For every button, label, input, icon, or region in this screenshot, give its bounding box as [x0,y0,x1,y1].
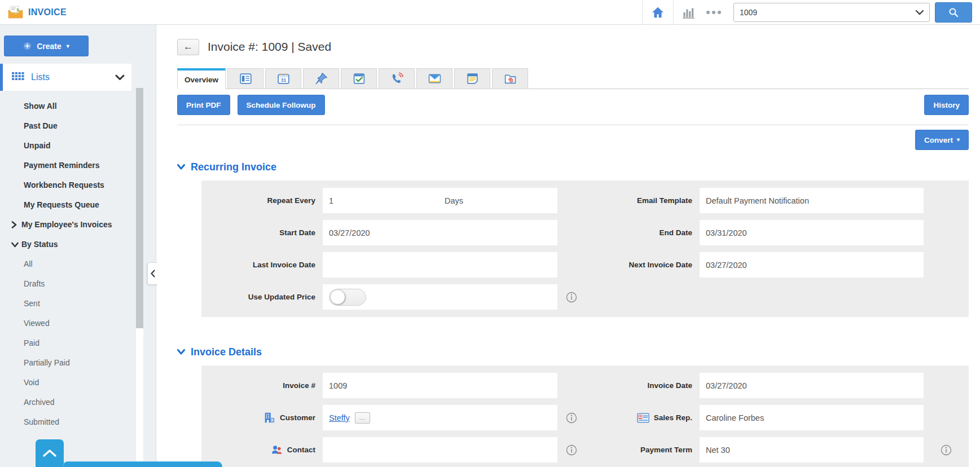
use-updated-price-toggle[interactable] [329,289,366,306]
start-date-label: Start Date [201,220,323,245]
payment-term-value: Net 30 [706,446,730,455]
sidebar-item-past-due[interactable]: Past Due [0,116,156,136]
recurring-invoice-panel: Repeat Every 1 Days Email Template Defau… [201,180,969,317]
pushpin-icon [314,72,328,86]
sidebar-item-partially-paid[interactable]: Partially Paid [0,353,156,373]
last-invoice-date-label: Last Invoice Date [201,252,323,277]
task-check-icon [352,72,366,86]
chevron-right-icon [11,215,17,235]
lists-chevron-down-icon [115,74,125,81]
email-template-field[interactable]: Default Payment Notification [700,188,924,213]
end-date-field[interactable]: 03/31/2020 [700,220,924,245]
main-content: ← Invoice #: 1009 | Saved Overview [157,25,980,467]
tab-calendar[interactable]: 31 [265,68,301,89]
convert-button-label: Convert [924,136,953,144]
customer-more-button[interactable]: ... [355,412,370,424]
info-icon[interactable] [941,444,952,456]
tab-tasks[interactable] [341,68,377,89]
section-recurring-invoice-header[interactable]: Recurring Invoice [177,160,969,174]
back-button[interactable]: ← [177,39,199,55]
sidebar: Create ▾ Lists Show All Past Due Unpaid … [0,25,156,467]
sidebar-item-archived[interactable]: Archived [0,393,156,412]
section-invoice-details-header[interactable]: Invoice Details [177,345,969,359]
sidebar-item-workbench-requests[interactable]: Workbench Requests [0,175,156,195]
create-button-label: Create [37,42,61,51]
folder-paperclip-icon [503,72,517,86]
info-icon[interactable] [566,292,577,303]
tab-news-feed[interactable] [227,68,263,89]
sidebar-item-drafts[interactable]: Drafts [0,274,156,294]
customer-field: Steffy ... [323,405,557,430]
sidebar-item-show-all[interactable]: Show All [0,96,156,116]
toggle-knob [330,289,345,305]
create-button[interactable]: Create ▾ [4,36,89,56]
customer-label: Customer [201,405,323,430]
sidebar-collapse-handle[interactable] [147,262,157,285]
sidebar-item-viewed[interactable]: Viewed [0,314,156,333]
sidebar-scrollbar-thumb[interactable] [136,88,143,328]
repeat-every-unit-dropdown[interactable]: Days [445,196,463,205]
payment-term-label: Payment Term [586,437,700,462]
schedule-followup-button[interactable]: Schedule Followup [238,95,325,115]
convert-button[interactable]: Convert ▾ [915,130,969,150]
sidebar-item-my-requests-queue[interactable]: My Requests Queue [0,195,156,215]
invoice-date-field[interactable]: 03/27/2020 [700,373,924,398]
sidebar-item-submitted[interactable]: Submitted [0,412,156,432]
notes-icon [465,72,480,86]
next-invoice-date-label: Next Invoice Date [586,252,700,277]
sidebar-item-paid[interactable]: Paid [0,333,156,353]
email-template-value: Default Payment Notification [706,196,809,205]
tab-call[interactable] [379,68,415,89]
use-updated-price-field [323,284,557,310]
scroll-to-top-button[interactable] [36,439,64,467]
bottom-popup-bar[interactable] [63,461,222,467]
global-search-box [733,3,930,22]
search-input[interactable] [734,8,910,17]
contact-field[interactable] [323,437,557,462]
search-button[interactable] [935,2,972,23]
last-invoice-date-field[interactable] [323,252,557,277]
sidebar-item-label: By Status [21,240,58,249]
section-collapse-chevron-icon [177,349,185,355]
invoice-number-field[interactable]: 1009 [323,373,557,398]
sales-rep-label: Sales Rep. [586,405,700,430]
tab-overview[interactable]: Overview [177,68,226,89]
tab-notes[interactable] [454,68,490,89]
grid-icon [12,72,24,82]
sales-rep-field[interactable]: Caroline Forbes [700,405,924,430]
info-icon[interactable] [566,412,577,424]
svg-text:31: 31 [280,77,286,83]
start-date-field[interactable]: 03/27/2020 [323,220,557,245]
tab-documents[interactable] [492,68,528,89]
tab-pin[interactable] [303,68,339,89]
repeat-every-field[interactable]: 1 Days [323,188,557,213]
contact-people-icon [271,444,283,456]
payment-term-field[interactable]: Net 30 [700,437,924,462]
search-icon [948,7,959,18]
history-button[interactable]: History [924,95,969,115]
next-invoice-date-field[interactable]: 03/27/2020 [700,252,924,277]
sidebar-item-unpaid[interactable]: Unpaid [0,136,156,156]
reports-button[interactable] [674,5,703,20]
customer-link[interactable]: Steffy [329,413,350,422]
email-envelope-icon [428,72,442,86]
home-button[interactable] [642,0,674,24]
info-icon[interactable] [566,444,577,456]
email-template-label: Email Template [586,188,700,213]
sidebar-item-sent[interactable]: Sent [0,294,156,314]
sidebar-item-my-employees-invoices[interactable]: My Employee's Invoices [0,215,156,235]
sidebar-item-all[interactable]: All [0,254,156,274]
sidebar-item-by-status[interactable]: By Status [0,235,156,254]
search-scope-dropdown[interactable] [910,10,929,15]
phone-icon [390,72,404,86]
print-pdf-button[interactable]: Print PDF [177,95,230,115]
sidebar-lists-header[interactable]: Lists [0,64,131,91]
section-collapse-chevron-icon [177,164,185,170]
invoice-details-panel: Invoice # 1009 Invoice Date 03/27/2020 [201,365,969,467]
sidebar-item-void[interactable]: Void [0,373,156,393]
svg-text:$: $ [17,8,19,12]
tab-email[interactable] [416,68,452,89]
more-apps-button[interactable] [706,11,721,14]
sidebar-item-payment-reminders[interactable]: Payment Reminders [0,156,156,175]
page-title: Invoice #: 1009 | Saved [208,40,331,54]
